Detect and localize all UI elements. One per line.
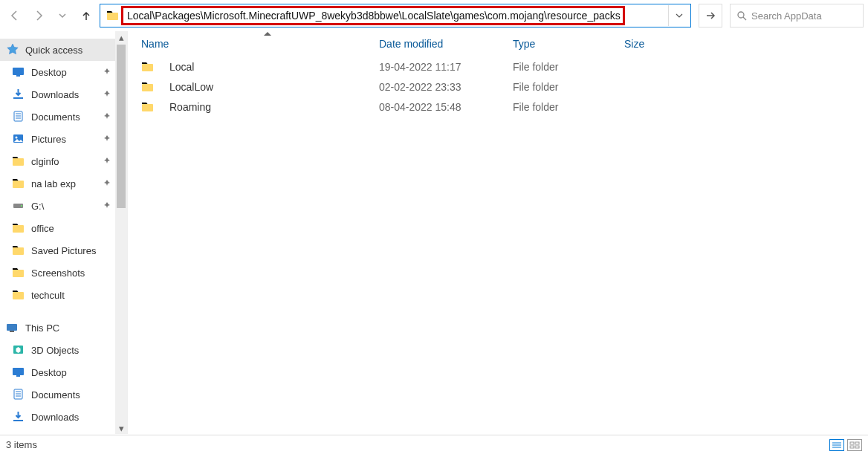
folder-icon bbox=[141, 60, 155, 74]
file-row[interactable]: Local19-04-2022 11:17File folder bbox=[128, 56, 868, 77]
file-row[interactable]: LocalLow02-02-2022 23:33File folder bbox=[128, 77, 868, 97]
column-header-size[interactable]: Size bbox=[624, 38, 699, 50]
folder-icon bbox=[12, 155, 25, 168]
column-header-name[interactable]: Name bbox=[141, 38, 379, 50]
file-row[interactable]: Roaming08-04-2022 15:48File folder bbox=[128, 97, 868, 117]
details-view-button[interactable] bbox=[829, 439, 844, 451]
pictures-icon bbox=[12, 132, 25, 146]
sidebar-scrollbar[interactable]: ▴ ▾ bbox=[115, 31, 127, 434]
sidebar-item[interactable]: techcult bbox=[0, 284, 127, 306]
documents-icon bbox=[12, 388, 25, 401]
file-name: Local bbox=[169, 61, 194, 73]
nav-forward-button[interactable] bbox=[28, 5, 49, 26]
column-headers: Name Date modified Type Size bbox=[128, 31, 868, 56]
documents-icon bbox=[12, 110, 25, 123]
column-header-type[interactable]: Type bbox=[513, 38, 624, 50]
file-type: File folder bbox=[513, 61, 624, 73]
sidebar-item[interactable]: Documents bbox=[0, 106, 127, 128]
sidebar-item[interactable]: Documents bbox=[0, 383, 127, 406]
search-input[interactable]: Search AppData bbox=[730, 4, 864, 27]
pin-icon bbox=[103, 68, 111, 77]
address-text[interactable]: Local\Packages\Microsoft.MinecraftUWP_8w… bbox=[124, 10, 668, 22]
folder-icon bbox=[12, 288, 25, 302]
view-mode-buttons bbox=[829, 439, 862, 451]
navigation-pane: Quick access DesktopDownloadsDocumentsPi… bbox=[0, 31, 128, 434]
file-name: Roaming bbox=[169, 101, 211, 113]
thumbnails-view-button[interactable] bbox=[847, 439, 862, 451]
search-icon bbox=[736, 10, 747, 21]
sidebar-item[interactable]: Screenshots bbox=[0, 262, 127, 284]
desktop-icon bbox=[12, 65, 25, 79]
sidebar-item-label: office bbox=[31, 223, 54, 234]
sidebar-item-label: 3D Objects bbox=[31, 345, 79, 356]
address-history-dropdown[interactable] bbox=[668, 5, 689, 26]
pc-icon bbox=[6, 321, 19, 334]
sidebar-item[interactable]: Desktop bbox=[0, 361, 127, 383]
folder-icon bbox=[12, 266, 25, 279]
go-button[interactable] bbox=[699, 4, 722, 27]
sidebar-item[interactable]: Downloads bbox=[0, 406, 127, 428]
sidebar-item[interactable]: G:\ bbox=[0, 195, 127, 217]
sidebar-item[interactable]: na lab exp bbox=[0, 172, 127, 195]
star-icon bbox=[6, 43, 19, 56]
svg-rect-23 bbox=[855, 446, 859, 448]
address-folder-icon bbox=[105, 7, 121, 24]
search-placeholder: Search AppData bbox=[751, 10, 822, 22]
sidebar-this-pc[interactable]: This PC bbox=[0, 317, 127, 339]
file-list-pane: Name Date modified Type Size Local19-04-… bbox=[128, 31, 868, 434]
folder-icon bbox=[12, 244, 25, 257]
scroll-up-icon[interactable]: ▴ bbox=[115, 31, 127, 43]
desktop-icon bbox=[12, 366, 25, 379]
sidebar-item-label: clginfo bbox=[31, 156, 59, 167]
file-type: File folder bbox=[513, 81, 624, 93]
folder-icon bbox=[141, 100, 155, 114]
folder-icon bbox=[141, 80, 155, 94]
svg-point-15 bbox=[738, 12, 744, 18]
file-date: 19-04-2022 11:17 bbox=[379, 61, 513, 73]
svg-rect-20 bbox=[850, 442, 854, 444]
pin-icon bbox=[103, 90, 111, 99]
sidebar-item-label: Downloads bbox=[31, 89, 79, 100]
svg-line-16 bbox=[743, 17, 746, 20]
svg-rect-21 bbox=[855, 442, 859, 444]
sidebar-item-label: techcult bbox=[31, 290, 65, 301]
sidebar-item[interactable]: Pictures bbox=[0, 128, 127, 150]
downloads-icon bbox=[12, 88, 25, 101]
sidebar-item[interactable]: Downloads bbox=[0, 83, 127, 106]
sidebar-item-label: Desktop bbox=[31, 367, 67, 378]
scrollbar-thumb[interactable] bbox=[117, 45, 126, 208]
toolbar: Local\Packages\Microsoft.MinecraftUWP_8w… bbox=[0, 0, 868, 31]
sidebar-item[interactable]: Desktop bbox=[0, 61, 127, 83]
column-header-date[interactable]: Date modified bbox=[379, 38, 513, 50]
svg-rect-22 bbox=[850, 446, 854, 448]
scroll-down-icon[interactable]: ▾ bbox=[115, 422, 127, 434]
pin-icon bbox=[103, 134, 111, 143]
address-bar[interactable]: Local\Packages\Microsoft.MinecraftUWP_8w… bbox=[100, 4, 691, 27]
main-area: Quick access DesktopDownloadsDocumentsPi… bbox=[0, 31, 868, 434]
sidebar-item[interactable]: clginfo bbox=[0, 150, 127, 172]
file-date: 08-04-2022 15:48 bbox=[379, 101, 513, 113]
sidebar-item-label: Screenshots bbox=[31, 267, 85, 279]
status-item-count: 3 items bbox=[6, 439, 37, 450]
pin-icon bbox=[103, 112, 111, 121]
sidebar-item[interactable]: office bbox=[0, 217, 127, 239]
pin-icon bbox=[103, 179, 111, 188]
sidebar-item-label: Saved Pictures bbox=[31, 245, 96, 256]
downloads-icon bbox=[12, 410, 25, 424]
sidebar-label: Quick access bbox=[25, 45, 82, 56]
sidebar-item[interactable]: Saved Pictures bbox=[0, 239, 127, 262]
nav-up-button[interactable] bbox=[76, 5, 97, 26]
sidebar-quick-access[interactable]: Quick access bbox=[0, 39, 127, 61]
nav-recent-dropdown[interactable] bbox=[52, 5, 73, 26]
file-date: 02-02-2022 23:33 bbox=[379, 81, 513, 93]
nav-back-button[interactable] bbox=[4, 5, 25, 26]
sidebar-item-label: Desktop bbox=[31, 67, 67, 78]
folder-icon bbox=[12, 221, 25, 235]
drive-icon bbox=[12, 199, 25, 213]
3d-icon bbox=[12, 343, 25, 357]
sidebar-item-label: Documents bbox=[31, 389, 80, 401]
sidebar-item-label: Documents bbox=[31, 111, 80, 123]
sort-ascending-icon bbox=[264, 32, 271, 36]
sidebar-label: This PC bbox=[25, 322, 59, 334]
sidebar-item[interactable]: 3D Objects bbox=[0, 339, 127, 361]
